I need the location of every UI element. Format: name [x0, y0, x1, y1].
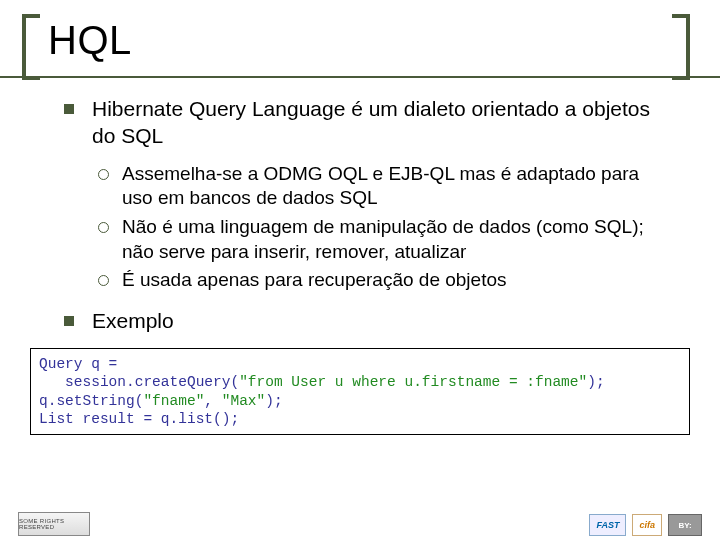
bullet-2-text: Exemplo	[92, 309, 174, 332]
title-bracket-left	[22, 14, 40, 80]
slide-title: HQL	[48, 18, 720, 63]
bullet-1-text: Hibernate Query Language é um dialeto or…	[92, 97, 650, 147]
code-example: Query q = session.createQuery("from User…	[30, 348, 690, 435]
bullet-1-sub-2: Não é uma linguagem de manipulação de da…	[92, 215, 672, 264]
cc-license-badge: SOME RIGHTS RESERVED	[18, 512, 90, 536]
code-line-2a: session.createQuery(	[39, 374, 239, 390]
code-line-1: Query q =	[39, 356, 117, 372]
bullet-1-sub-1: Assemelha-se a ODMG OQL e EJB-QL mas é a…	[92, 162, 672, 211]
bullet-2: Exemplo	[64, 307, 672, 334]
code-line-3b: "fname"	[143, 393, 204, 409]
by-badge: BY:	[668, 514, 702, 536]
footer: SOME RIGHTS RESERVED FAST cifa BY:	[0, 512, 720, 536]
slide-body: Hibernate Query Language é um dialeto or…	[0, 71, 720, 334]
cifa-logo: cifa	[632, 514, 662, 536]
code-line-3d: "Max"	[222, 393, 266, 409]
code-line-2b: "from User u where u.firstname = :fname"	[239, 374, 587, 390]
code-line-3e: );	[265, 393, 282, 409]
code-line-3a: q.setString(	[39, 393, 143, 409]
code-line-4: List result = q.list();	[39, 411, 239, 427]
footer-right: FAST cifa BY:	[589, 514, 702, 536]
title-bracket-right	[672, 14, 690, 80]
bullet-1-sub-3: É usada apenas para recuperação de objet…	[92, 268, 672, 293]
fast-logo: FAST	[589, 514, 626, 536]
code-line-2c: );	[587, 374, 604, 390]
bullet-1: Hibernate Query Language é um dialeto or…	[64, 95, 672, 293]
code-line-3c: ,	[204, 393, 221, 409]
